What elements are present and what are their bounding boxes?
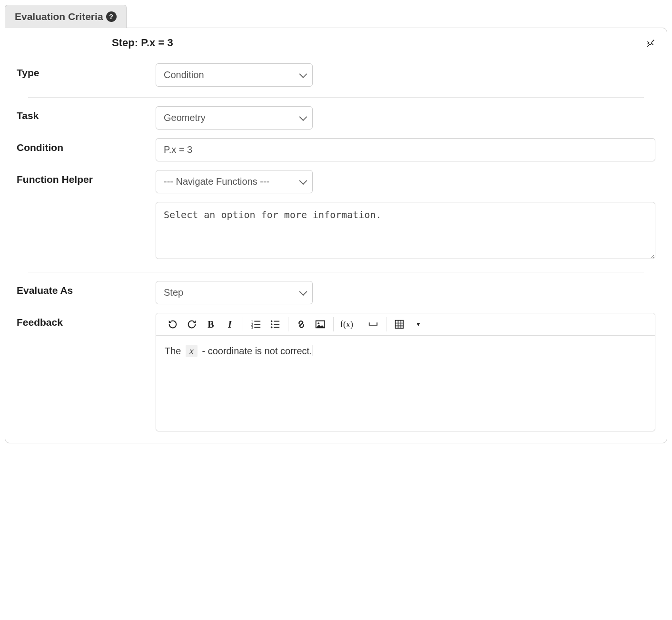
select-task[interactable]: Geometry [156, 106, 313, 130]
table-icon[interactable] [393, 318, 405, 330]
feedback-text-before: The [165, 346, 184, 356]
svg-point-6 [271, 320, 273, 322]
image-icon[interactable] [314, 318, 326, 330]
svg-rect-9 [274, 321, 279, 322]
svg-text:3: 3 [251, 326, 253, 329]
svg-rect-4 [254, 324, 260, 325]
tab-evaluation-criteria[interactable]: Evaluation Criteria ? [5, 5, 127, 28]
svg-rect-14 [395, 320, 404, 329]
italic-button[interactable]: I [224, 318, 236, 330]
table-caret-icon[interactable]: ▼ [412, 318, 425, 330]
select-evaluate-as[interactable]: Step [156, 281, 313, 304]
undo-icon[interactable] [167, 318, 179, 330]
label-evaluate-as: Evaluate As [17, 281, 150, 296]
svg-rect-11 [274, 327, 279, 328]
redo-icon[interactable] [186, 318, 198, 330]
tab-label: Evaluation Criteria [15, 11, 103, 22]
bold-button[interactable]: B [205, 318, 217, 330]
editor-toolbar: B I 123 [156, 313, 655, 336]
input-condition[interactable] [156, 138, 655, 161]
svg-rect-10 [274, 324, 279, 325]
step-title: Step: P.x = 3 [112, 37, 173, 49]
label-feedback: Feedback [17, 313, 150, 328]
svg-point-7 [271, 323, 273, 325]
svg-point-8 [271, 327, 273, 329]
unordered-list-icon[interactable] [269, 318, 281, 330]
select-function-helper[interactable]: --- Navigate Functions --- [156, 170, 313, 193]
label-type: Type [17, 63, 150, 79]
select-type[interactable]: Condition [156, 63, 313, 87]
svg-rect-3 [254, 321, 260, 322]
label-task: Task [17, 106, 150, 121]
space-icon[interactable] [367, 318, 379, 330]
help-icon[interactable]: ? [106, 11, 117, 22]
ordered-list-icon[interactable]: 123 [250, 318, 262, 330]
function-helper-info[interactable]: Select an option for more information. [156, 202, 655, 259]
evaluation-panel: Step: P.x = 3 Type Condition Task Geomet… [5, 28, 667, 443]
collapse-icon[interactable] [646, 38, 655, 48]
svg-point-13 [318, 322, 320, 324]
label-condition: Condition [17, 138, 150, 153]
feedback-text-after: - coordinate is not correct. [202, 346, 313, 356]
feedback-editor: B I 123 [156, 313, 655, 431]
feedback-math-variable: x [186, 345, 198, 357]
feedback-text-area[interactable]: The x - coordinate is not correct. [156, 336, 655, 431]
label-function-helper: Function Helper [17, 170, 150, 185]
fx-button[interactable]: f(x) [340, 318, 353, 330]
svg-rect-5 [254, 327, 260, 328]
link-icon[interactable] [295, 318, 307, 330]
